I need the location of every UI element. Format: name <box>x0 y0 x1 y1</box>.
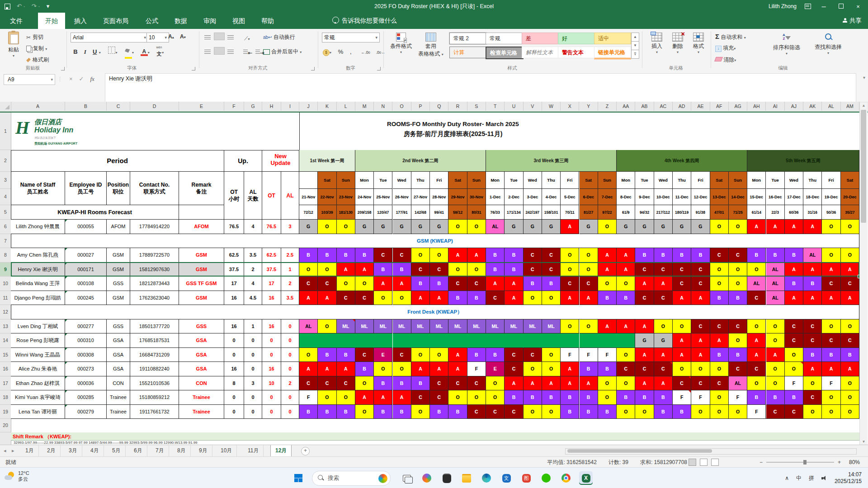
shift-cell[interactable]: O <box>635 405 654 419</box>
staff-name-cell[interactable]: Lena Tan 谭玲丽 <box>11 405 65 419</box>
number-dialog-launcher[interactable] <box>377 67 381 70</box>
increase-indent-icon[interactable] <box>255 50 260 55</box>
wrap-text-button[interactable]: ab↩ 自动换行 <box>263 33 295 41</box>
shift-cell[interactable]: C <box>505 405 523 419</box>
ribbon-tab-开始[interactable]: 开始 <box>38 13 65 29</box>
page-break-view-icon[interactable] <box>711 459 719 466</box>
align-middle-icon[interactable] <box>214 33 225 40</box>
shift-cell[interactable]: B <box>803 348 822 362</box>
shift-cell[interactable]: O <box>710 362 729 376</box>
cut-button[interactable]: ✂剪切 <box>26 33 43 41</box>
shift-cell[interactable]: O <box>561 319 579 334</box>
staff-data-cell[interactable]: 0 <box>262 405 281 419</box>
shift-cell[interactable]: B <box>337 248 355 263</box>
shift-cell[interactable]: O <box>822 220 840 234</box>
shift-cell[interactable]: C <box>785 405 803 419</box>
column-header-J[interactable]: J <box>299 102 318 111</box>
shift-cell[interactable]: A <box>785 220 803 234</box>
shift-cell[interactable]: C <box>393 348 411 362</box>
select-all-corner[interactable] <box>0 102 11 111</box>
staff-data-cell[interactable]: 0 <box>224 405 244 419</box>
date-cell[interactable]: 6-Dec <box>580 189 598 205</box>
shift-cell[interactable]: A <box>580 291 598 305</box>
status-count[interactable]: 计数: 39 <box>609 457 628 468</box>
user-name[interactable]: Lilith Zhong <box>769 3 797 9</box>
volume-icon[interactable] <box>821 476 827 480</box>
shift-cell[interactable]: O <box>729 405 747 419</box>
shift-cell[interactable]: A <box>822 263 840 277</box>
staff-data-cell[interactable]: GSA <box>107 362 130 376</box>
row-header-11[interactable]: 11 <box>0 291 11 305</box>
shift-cell[interactable]: A <box>841 362 859 376</box>
status-sum[interactable]: 求和: 15812907708 <box>640 457 687 468</box>
row-header-18[interactable]: 18 <box>0 390 11 405</box>
column-header-Z[interactable]: Z <box>598 102 617 111</box>
row-header-8[interactable]: 8 <box>0 248 11 263</box>
conditional-formatting-button[interactable]: 条件格式 ▾ <box>388 33 414 54</box>
staff-data-cell[interactable]: 18501377720 <box>130 319 179 334</box>
styles-more-button[interactable]: ⊽ <box>631 50 639 59</box>
shift-cell[interactable]: C <box>673 376 691 391</box>
shift-cell[interactable]: A <box>337 362 355 376</box>
wechat-icon[interactable] <box>539 471 553 485</box>
column-header-AI[interactable]: AI <box>766 102 785 111</box>
staff-data-cell[interactable]: GSS <box>107 319 130 334</box>
date-cell[interactable]: 7-Dec <box>598 189 617 205</box>
shift-cell[interactable]: C <box>430 376 448 391</box>
shift-cell[interactable]: B <box>654 248 673 263</box>
staff-data-cell[interactable]: 16 <box>224 362 244 376</box>
staff-data-cell[interactable]: 0 <box>281 348 299 362</box>
forecast-cell[interactable]: 80/31 <box>467 205 486 220</box>
shift-cell[interactable]: O <box>318 319 336 334</box>
shift-cell[interactable]: G <box>580 220 598 234</box>
shift-cell[interactable]: O <box>617 348 635 362</box>
forecast-cell[interactable]: 61/9 <box>617 205 635 220</box>
day-cell[interactable]: Mon <box>486 172 505 189</box>
shift-cell[interactable]: C <box>411 263 430 277</box>
column-header-A[interactable]: A <box>11 102 65 111</box>
shift-cell[interactable]: B <box>598 405 617 419</box>
bold-button[interactable]: B <box>71 47 80 57</box>
shift-cell[interactable]: A <box>374 277 392 291</box>
staff-name-cell[interactable]: Winni Wang 王晶晶 <box>11 348 65 362</box>
accounting-format-icon[interactable]: $ <box>323 49 330 56</box>
shift-cell[interactable]: O <box>561 263 579 277</box>
forecast-cell[interactable]: 59/12 <box>448 205 467 220</box>
shift-cell[interactable]: C <box>785 319 803 334</box>
shift-cell[interactable]: A <box>654 277 673 291</box>
shift-cell[interactable]: C <box>430 390 448 405</box>
shift-cell[interactable]: O <box>467 390 486 405</box>
staff-name-cell[interactable]: Kimi Yuan 袁宇峻琦 <box>11 390 65 405</box>
shift-cell[interactable]: AL <box>766 277 785 291</box>
shift-cell[interactable]: C <box>505 348 523 362</box>
day-cell[interactable]: Fri <box>822 172 840 189</box>
shift-cell[interactable]: B <box>524 277 542 291</box>
staff-data-cell[interactable]: 000279 <box>65 405 107 419</box>
cell-style-警告文本[interactable]: 警告文本 <box>558 47 595 58</box>
shift-cell[interactable]: B <box>299 248 318 263</box>
day-cell[interactable]: Sat <box>318 172 336 189</box>
shift-cell[interactable]: C <box>355 348 374 362</box>
staff-data-cell[interactable]: GSS TF GSM <box>179 277 224 291</box>
day-cell[interactable]: Wed <box>785 172 803 189</box>
forecast-cell[interactable]: 177/91 <box>393 205 411 220</box>
shift-cell[interactable]: O <box>542 405 561 419</box>
align-center-icon[interactable] <box>214 47 225 55</box>
shift-cell[interactable]: O <box>785 362 803 376</box>
increase-decimal-icon[interactable]: ←.00 <box>361 50 370 55</box>
shift-cell[interactable]: C <box>841 277 859 291</box>
shift-cell[interactable]: C <box>803 390 822 405</box>
sheet-tab-10月[interactable]: 10月 <box>216 445 237 456</box>
shift-cell[interactable]: O <box>785 348 803 362</box>
day-cell[interactable]: Sat <box>710 172 729 189</box>
forecast-cell[interactable]: 181/130 <box>337 205 355 220</box>
ribbon-tab-插入[interactable]: 插入 <box>67 13 94 29</box>
shift-cell[interactable]: O <box>673 362 691 376</box>
forecast-cell[interactable]: 76/33 <box>486 205 505 220</box>
shift-cell[interactable]: ML <box>430 319 448 334</box>
shift-cell[interactable]: O <box>691 405 710 419</box>
shift-cell[interactable]: AL <box>299 319 318 334</box>
date-cell[interactable]: 24-Nov <box>355 189 374 205</box>
number-format-combo[interactable]: 常规▾ <box>322 33 380 42</box>
shift-cell[interactable]: G <box>393 220 411 234</box>
